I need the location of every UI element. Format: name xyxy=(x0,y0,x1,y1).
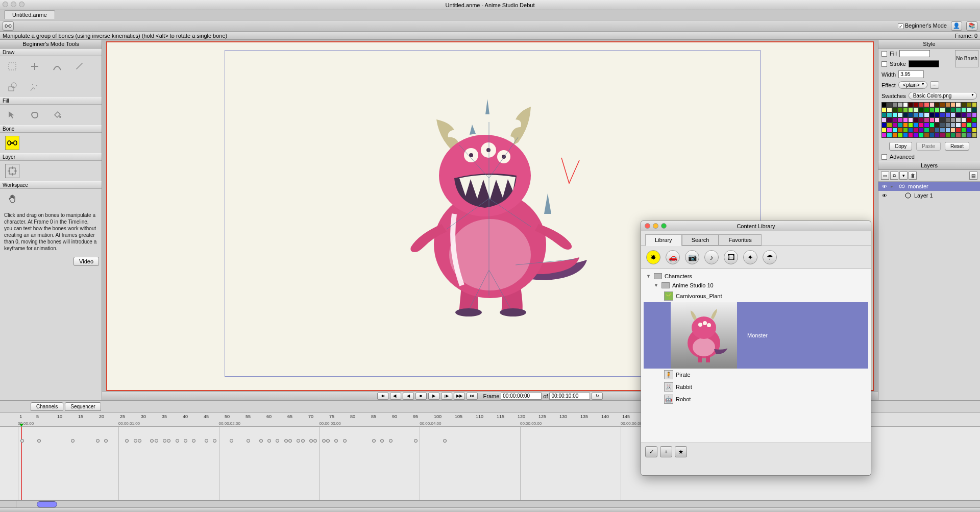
keyframe[interactable] xyxy=(205,439,208,443)
current-time-input[interactable] xyxy=(501,393,542,400)
apply-button[interactable]: ✓ xyxy=(645,446,657,457)
palette-swatch[interactable] xyxy=(966,123,971,128)
palette-swatch[interactable] xyxy=(881,123,887,128)
palette-swatch[interactable] xyxy=(940,133,945,138)
palette-swatch[interactable] xyxy=(892,107,897,112)
palette-swatch[interactable] xyxy=(924,123,929,128)
palette-swatch[interactable] xyxy=(924,128,929,133)
palette-swatch[interactable] xyxy=(950,133,955,138)
keyframe[interactable] xyxy=(163,439,166,443)
keyframe[interactable] xyxy=(134,439,137,443)
keyframe[interactable] xyxy=(414,439,418,443)
palette-swatch[interactable] xyxy=(897,102,902,107)
palette-swatch[interactable] xyxy=(908,102,913,107)
stroke-width-input[interactable] xyxy=(898,70,924,78)
keyframe[interactable] xyxy=(167,439,170,443)
palette-swatch[interactable] xyxy=(892,123,897,128)
category-props-icon[interactable]: ☂ xyxy=(763,250,777,264)
keyframe[interactable] xyxy=(309,439,313,443)
tab-library[interactable]: Library xyxy=(645,234,682,246)
delete-layer-button[interactable]: 🗑 xyxy=(909,172,917,180)
copy-button[interactable]: Copy xyxy=(889,142,912,151)
timeline-scrollbar[interactable] xyxy=(0,500,980,507)
palette-swatch[interactable] xyxy=(897,133,902,138)
palette-swatch[interactable] xyxy=(961,128,966,133)
tree-item-monster[interactable]: Monster xyxy=(644,302,868,369)
step-fwd-button[interactable]: |▶ xyxy=(441,393,452,400)
palette-swatch[interactable] xyxy=(955,117,961,123)
keyframe[interactable] xyxy=(104,439,108,443)
palette-swatch[interactable] xyxy=(929,133,935,138)
palette-swatch[interactable] xyxy=(935,117,940,123)
tree-item-carnivorous-plant[interactable]: 🌱Carnivorous_Plant xyxy=(644,290,868,302)
zoom-window-icon[interactable] xyxy=(661,223,667,229)
tab-favorites[interactable]: Favorites xyxy=(719,234,761,246)
keyframe[interactable] xyxy=(71,439,75,443)
rewind-start-button[interactable]: ⏮ xyxy=(377,393,388,400)
add-button[interactable]: + xyxy=(660,446,672,457)
layer-down-button[interactable]: ▾ xyxy=(899,172,908,180)
freehand-tool-icon[interactable] xyxy=(72,59,87,74)
palette-swatch[interactable] xyxy=(908,133,913,138)
palette-swatch[interactable] xyxy=(919,123,924,128)
scatter-tool-icon[interactable] xyxy=(28,80,42,94)
palette-swatch[interactable] xyxy=(945,117,950,123)
keyframe[interactable] xyxy=(313,439,317,443)
close-window-icon[interactable] xyxy=(645,223,650,229)
palette-swatch[interactable] xyxy=(935,123,940,128)
palette-swatch[interactable] xyxy=(945,128,950,133)
new-layer-button[interactable]: ▭ xyxy=(881,172,889,180)
palette-swatch[interactable] xyxy=(961,107,966,112)
palette-swatch[interactable] xyxy=(935,128,940,133)
palette-swatch[interactable] xyxy=(950,123,955,128)
category-vehicles-icon[interactable]: 🚗 xyxy=(666,250,680,264)
loop-button[interactable]: ↻ xyxy=(592,393,603,400)
palette-swatch[interactable] xyxy=(908,128,913,133)
shape-tool-icon[interactable] xyxy=(5,80,19,94)
palette-swatch[interactable] xyxy=(892,102,897,107)
palette-swatch[interactable] xyxy=(929,123,935,128)
palette-swatch[interactable] xyxy=(929,117,935,123)
palette-swatch[interactable] xyxy=(940,117,945,123)
palette-swatch[interactable] xyxy=(924,102,929,107)
palette-swatch[interactable] xyxy=(897,123,902,128)
palette-swatch[interactable] xyxy=(887,123,892,128)
palette-swatch[interactable] xyxy=(940,112,945,117)
palette-swatch[interactable] xyxy=(908,112,913,117)
category-camera-icon[interactable]: 📷 xyxy=(685,250,699,264)
tab-channels[interactable]: Channels xyxy=(31,402,63,411)
palette-swatch[interactable] xyxy=(972,102,977,107)
palette-swatch[interactable] xyxy=(887,107,892,112)
palette-swatch[interactable] xyxy=(950,107,955,112)
palette-swatch[interactable] xyxy=(887,117,892,123)
palette-swatch[interactable] xyxy=(881,102,887,107)
palette-swatch[interactable] xyxy=(924,107,929,112)
paint-bucket-icon[interactable] xyxy=(50,108,64,122)
palette-swatch[interactable] xyxy=(919,117,924,123)
keyframe[interactable] xyxy=(176,439,179,443)
palette-swatch[interactable] xyxy=(919,107,924,112)
keyframe[interactable] xyxy=(20,439,24,443)
fill-checkbox[interactable] xyxy=(881,51,887,57)
visibility-icon[interactable]: 👁 xyxy=(881,192,888,199)
keyframe[interactable] xyxy=(138,439,141,443)
palette-swatch[interactable] xyxy=(913,123,918,128)
palette-swatch[interactable] xyxy=(961,123,966,128)
keyframe[interactable] xyxy=(276,439,279,443)
keyframe[interactable] xyxy=(230,439,233,443)
palette-swatch[interactable] xyxy=(945,107,950,112)
keyframe[interactable] xyxy=(96,439,100,443)
keyframe[interactable] xyxy=(389,439,393,443)
document-tab[interactable]: Untitled.anme xyxy=(4,10,55,19)
palette-swatch[interactable] xyxy=(945,102,950,107)
category-effects-icon[interactable]: ✦ xyxy=(743,250,757,264)
stroke-color-swatch[interactable] xyxy=(909,60,939,67)
palette-swatch[interactable] xyxy=(913,112,918,117)
palette-swatch[interactable] xyxy=(961,117,966,123)
palette-swatch[interactable] xyxy=(897,128,902,133)
palette-swatch[interactable] xyxy=(940,123,945,128)
palette-swatch[interactable] xyxy=(929,102,935,107)
palette-swatch[interactable] xyxy=(961,133,966,138)
palette-swatch[interactable] xyxy=(897,112,902,117)
palette-swatch[interactable] xyxy=(935,112,940,117)
